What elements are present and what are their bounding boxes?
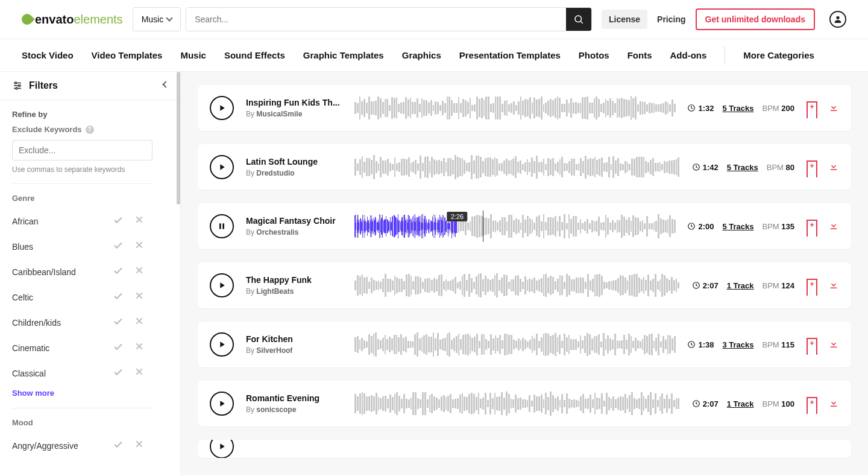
play-button[interactable] <box>210 392 234 416</box>
track-title[interactable]: For Kitchen <box>246 334 342 344</box>
nav-item[interactable]: Sound Effects <box>224 39 285 71</box>
nav-item[interactable]: Fonts <box>627 39 652 71</box>
collapse-icon[interactable] <box>162 81 169 87</box>
include-icon[interactable] <box>113 215 124 228</box>
exclude-icon[interactable] <box>134 439 144 452</box>
svg-point-2 <box>836 16 839 19</box>
search-button[interactable] <box>566 8 591 31</box>
license-link[interactable]: License <box>602 10 647 29</box>
svg-rect-32 <box>222 223 224 229</box>
nav-item[interactable]: Graphics <box>402 39 441 71</box>
play-button[interactable] <box>210 96 234 120</box>
include-icon[interactable] <box>113 341 124 355</box>
waveform[interactable] <box>354 273 680 297</box>
include-icon[interactable] <box>113 291 124 304</box>
exclude-icon[interactable] <box>134 240 144 253</box>
download-button[interactable] <box>828 398 839 410</box>
waveform[interactable] <box>354 392 680 416</box>
include-icon[interactable] <box>113 240 124 253</box>
track-title[interactable]: Magical Fantasy Choir <box>246 216 342 226</box>
author-link[interactable]: SilverHoof <box>256 346 292 355</box>
nav-item[interactable]: Stock Video <box>22 39 74 71</box>
waveform[interactable] <box>354 332 675 357</box>
bookmark-button[interactable]: + <box>807 279 817 292</box>
exclude-icon[interactable] <box>134 291 144 304</box>
bookmark-button[interactable]: + <box>807 160 817 174</box>
bookmark-button[interactable]: + <box>807 220 817 233</box>
svg-rect-27 <box>831 110 837 111</box>
waveform[interactable] <box>354 96 675 120</box>
play-button[interactable] <box>210 332 234 357</box>
cta-button[interactable]: Get unlimited downloads <box>696 8 815 30</box>
logo[interactable]: envatoelements <box>22 13 123 27</box>
author-link[interactable]: MusicalSmile <box>256 110 302 118</box>
track-card: For Kitchen By SilverHoof 1:38 3 Tracks … <box>198 322 851 367</box>
pause-button[interactable] <box>210 214 234 238</box>
include-icon[interactable] <box>113 439 124 452</box>
nav-item[interactable]: Presentation Templates <box>459 39 561 71</box>
nav-item[interactable]: Photos <box>579 39 609 71</box>
track-card: Magical Fantasy Choir By Orchestralis 2:… <box>198 203 851 249</box>
author-link[interactable]: Orchestralis <box>256 228 298 236</box>
exclude-icon[interactable] <box>134 215 144 228</box>
nav-more[interactable]: More Categories <box>743 39 814 71</box>
filter-row: African <box>12 209 168 234</box>
bookmark-button[interactable]: + <box>807 101 817 115</box>
play-button[interactable] <box>210 273 234 297</box>
exclude-icon[interactable] <box>134 367 144 380</box>
include-icon[interactable] <box>113 265 124 279</box>
nav-item[interactable]: Music <box>180 39 206 71</box>
waveform[interactable]: 2:26 <box>354 214 675 238</box>
tracks-link[interactable]: 5 Tracks <box>722 104 753 113</box>
tracks-link[interactable]: 5 Tracks <box>727 163 758 172</box>
mood-label: Mood <box>12 418 168 427</box>
time-tooltip: 2:26 <box>447 212 467 221</box>
show-more[interactable]: Show more <box>12 389 54 398</box>
bookmark-button[interactable]: + <box>807 397 817 410</box>
tracks-link[interactable]: 3 Tracks <box>722 340 753 349</box>
duration: 1:42 <box>692 163 719 172</box>
nav-item[interactable]: Graphic Templates <box>303 39 384 71</box>
track-author: By Dredstudio <box>246 169 342 177</box>
download-button[interactable] <box>828 279 839 292</box>
tracks-link[interactable]: 1 Track <box>727 281 754 290</box>
nav-item[interactable]: Add-ons <box>670 39 707 71</box>
author-link[interactable]: Dredstudio <box>256 169 294 177</box>
bookmark-button[interactable]: + <box>807 338 817 351</box>
nav-item[interactable]: Video Templates <box>92 39 163 71</box>
help-icon[interactable]: ? <box>86 125 94 134</box>
download-button[interactable] <box>828 220 839 233</box>
play-button[interactable] <box>210 440 234 458</box>
tracks-link[interactable]: 5 Tracks <box>722 222 753 231</box>
track-title[interactable]: The Happy Funk <box>246 275 342 285</box>
exclude-icon[interactable] <box>134 316 144 329</box>
account-avatar[interactable] <box>829 11 846 28</box>
download-button[interactable] <box>828 102 839 115</box>
filter-row: Classical <box>12 361 168 386</box>
pricing-link[interactable]: Pricing <box>657 14 685 24</box>
include-icon[interactable] <box>113 367 124 380</box>
track-info: 1:38 3 Tracks BPM 115 + <box>687 338 839 351</box>
waveform[interactable] <box>354 155 680 179</box>
filter-row: Angry/Aggressive <box>12 433 168 459</box>
track-title[interactable]: Latin Soft Lounge <box>246 157 342 167</box>
search-input[interactable] <box>186 8 566 31</box>
download-button[interactable] <box>828 161 839 174</box>
play-cursor <box>483 211 483 242</box>
track-title[interactable]: Romantic Evening <box>246 393 342 403</box>
track-title[interactable]: Inspiring Fun Kids Th... <box>246 98 342 107</box>
download-button[interactable] <box>828 338 839 351</box>
exclude-icon[interactable] <box>134 265 144 279</box>
category-select[interactable]: Music <box>133 7 181 31</box>
sidebar: Filters Refine by Exclude Keywords ? Use… <box>0 72 181 475</box>
bpm: BPM 115 <box>763 340 795 349</box>
include-icon[interactable] <box>113 316 124 329</box>
filter-label: Celtic <box>12 293 33 302</box>
author-link[interactable]: sonicscope <box>256 405 296 414</box>
play-button[interactable] <box>210 155 234 179</box>
tracks-link[interactable]: 1 Track <box>727 399 754 408</box>
author-link[interactable]: LightBeats <box>256 287 294 296</box>
exclude-icon[interactable] <box>134 341 144 355</box>
filter-row: Blues <box>12 234 168 259</box>
exclude-input[interactable] <box>12 140 153 160</box>
